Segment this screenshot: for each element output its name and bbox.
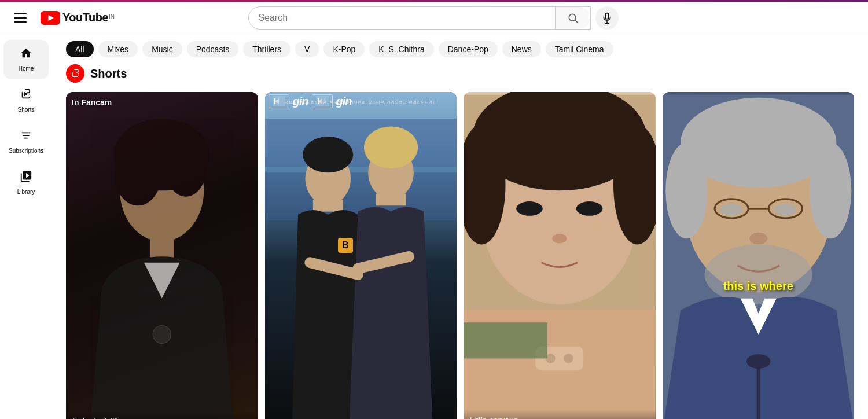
search-button[interactable] <box>555 7 590 29</box>
microphone-icon <box>601 12 613 24</box>
shorts-grid: In Fancam Taekook_life01 <box>66 92 854 419</box>
chip-thrillers[interactable]: Thrillers <box>243 41 290 57</box>
short-1-overlay: Taekook_life01 <box>66 411 258 419</box>
chip-kpop[interactable]: K-Pop <box>323 41 365 57</box>
search-icon <box>567 12 579 24</box>
shorts-section-icon <box>66 64 84 83</box>
search-area <box>248 6 619 30</box>
shorts-section-header: Shorts <box>66 64 854 83</box>
b-badge: B <box>338 238 353 253</box>
subscriptions-icon <box>20 129 32 144</box>
sidebar-item-subscriptions[interactable]: Subscriptions <box>3 122 49 161</box>
svg-point-55 <box>746 354 770 369</box>
svg-rect-22 <box>376 194 406 206</box>
menu-button[interactable] <box>9 9 31 27</box>
chip-all[interactable]: All <box>66 41 94 57</box>
svg-point-46 <box>809 142 851 238</box>
svg-point-53 <box>749 233 767 245</box>
svg-point-36 <box>552 234 567 244</box>
home-icon <box>20 47 32 62</box>
svg-rect-19 <box>312 200 343 212</box>
sidebar-subscriptions-label: Subscriptions <box>9 148 43 154</box>
short-4-channel: @LEARNWITHJASPAL <box>663 417 855 419</box>
sidebar-item-library[interactable]: Library <box>3 163 49 202</box>
layout: Home Shorts Subscriptions Library All Mi… <box>0 34 868 419</box>
short-1-channel: Taekook_life01 <box>72 417 252 419</box>
sidebar-shorts-label: Shorts <box>18 106 35 113</box>
chip-music[interactable]: Music <box>142 41 182 57</box>
svg-rect-41 <box>464 322 547 358</box>
library-icon <box>20 170 32 185</box>
search-form <box>248 6 591 30</box>
svg-rect-15 <box>265 119 457 167</box>
chip-dancepop[interactable]: Dance-Pop <box>439 41 498 57</box>
shorts-section: Shorts <box>52 64 868 419</box>
shorts-nav-icon <box>20 88 32 103</box>
chip-podcasts[interactable]: Podcasts <box>187 41 239 57</box>
header: YouTube IN <box>0 2 868 34</box>
hamburger-line-3 <box>14 21 27 23</box>
sidebar-item-home[interactable]: Home <box>3 40 49 79</box>
svg-point-52 <box>774 204 796 216</box>
hamburger-line-2 <box>14 17 27 19</box>
svg-point-11 <box>165 137 207 197</box>
youtube-logo-icon <box>41 11 60 25</box>
chip-news[interactable]: News <box>502 41 541 57</box>
svg-point-47 <box>704 245 812 305</box>
svg-point-21 <box>363 127 417 169</box>
chip-v[interactable]: V <box>295 41 319 57</box>
short-card-4[interactable]: this is where @LEARNWITHJASPAL <box>663 92 855 419</box>
chip-mixes[interactable]: Mixes <box>98 41 138 57</box>
svg-point-10 <box>114 139 162 205</box>
svg-point-18 <box>303 137 353 172</box>
hamburger-line-1 <box>14 13 27 14</box>
sidebar-library-label: Library <box>17 189 35 195</box>
svg-point-34 <box>516 201 543 216</box>
chip-kschithra[interactable]: K. S. Chithra <box>369 41 433 57</box>
short-1-top-text: In Fancam <box>66 98 258 107</box>
short-4-subtitle-text: this is where <box>663 280 855 293</box>
shorts-section-title: Shorts <box>90 67 127 80</box>
short-2-korean-text: 국회사무처, 국회도서관, 한국인터넷기재원회, 요스나우, 카카오뱅크, 한결… <box>284 100 437 104</box>
short-card-3[interactable]: Little nervous <box>464 92 656 419</box>
short-3-overlay: Little nervous <box>464 410 656 419</box>
svg-point-51 <box>720 204 742 216</box>
youtube-country-code: IN <box>109 13 115 20</box>
svg-point-45 <box>665 142 708 238</box>
svg-point-40 <box>564 354 573 363</box>
main-content: All Mixes Music Podcasts Thrillers V K-P… <box>52 34 868 419</box>
svg-point-35 <box>576 201 603 216</box>
short-3-subtitle: Little nervous <box>469 416 650 419</box>
short-card-1[interactable]: In Fancam Taekook_life01 <box>66 92 258 419</box>
sidebar-home-label: Home <box>19 65 34 72</box>
youtube-logo[interactable]: YouTube IN <box>41 11 115 25</box>
sidebar: Home Shorts Subscriptions Library <box>0 34 52 419</box>
chip-tamilcinema[interactable]: Tamil Cinema <box>546 41 613 57</box>
voice-search-button[interactable] <box>595 6 619 30</box>
sidebar-item-shorts[interactable]: Shorts <box>3 81 49 120</box>
filter-bar: All Mixes Music Podcasts Thrillers V K-P… <box>52 34 868 64</box>
short-card-2[interactable]: gin gin 국회사무처, 국회도서관, 한국인터넷기재원회, 요스나우, 카… <box>265 92 457 419</box>
search-input[interactable] <box>249 7 555 29</box>
svg-point-14 <box>153 325 171 343</box>
svg-rect-4 <box>606 13 609 19</box>
svg-line-3 <box>575 20 578 23</box>
youtube-wordmark: YouTube <box>62 11 108 24</box>
